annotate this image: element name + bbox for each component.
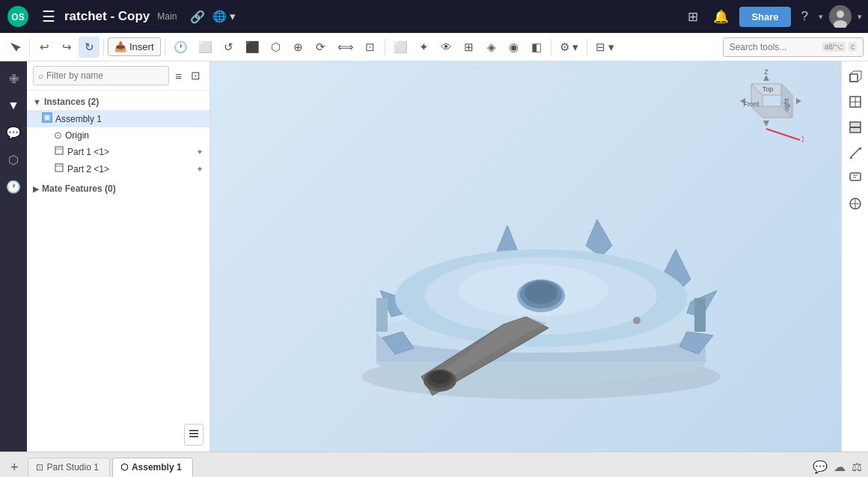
settings-button[interactable]: ⚙ ▾ [555,37,583,58]
assembly-item[interactable]: Assembly 1 [27,110,210,127]
user-avatar[interactable] [829,5,852,28]
part1-item[interactable]: Part 1 <1> ✦ [27,143,210,160]
bottom-icon-2[interactable]: ☁ [834,460,846,474]
main-area: ✙ ▼ 💬 ⬡ 🕐 ⌕ ≡ ⊡ ▼ Instances (2) [0,61,868,452]
top-bar-right: ⊞ 🔔 Share ? ▾ ▾ [683,5,862,28]
panel-context-button[interactable] [184,424,204,446]
tool5-button[interactable]: ⊕ [288,37,309,58]
doc-title: ratchet - Copy [64,9,150,24]
expand-all-button[interactable]: ⊡ [188,67,204,84]
instances-expand-button[interactable]: ▼ [33,97,41,106]
svg-point-45 [525,282,557,304]
assembly-item-label: Assembly 1 [55,114,102,124]
tool14-button[interactable]: ◉ [504,37,525,58]
right-panel-explode-button[interactable] [843,192,867,216]
mate-features-header: ▶ Mate Features (0) [27,180,210,197]
list-icon [188,428,200,440]
toolbar-divider-2 [103,39,104,55]
bottom-icon-3[interactable]: ⚖ [852,460,862,474]
toolbar-divider-6 [587,39,587,55]
tool10-button[interactable]: ✦ [414,37,435,58]
part2-icon [54,162,64,175]
onshape-logo-icon: OS [6,4,30,28]
tool2-button[interactable]: ↺ [218,37,239,58]
search-key: c [849,42,857,52]
tool12-button[interactable]: ⊞ [459,37,480,58]
svg-rect-11 [189,430,198,431]
refresh-button[interactable]: ↻ [79,37,100,58]
instances-label: Instances (2) [44,97,99,107]
redo-button[interactable]: ↪ [56,37,77,58]
globe-button[interactable]: 🌐 ▾ [213,10,236,23]
part1-icon [54,145,64,158]
help-chevron: ▾ [819,12,823,22]
search-tools: alt/⌥ c [723,37,864,57]
part1-mate-icon: ✦ [196,147,204,157]
doc-subtitle: Main [157,11,177,22]
svg-marker-23 [763,75,769,81]
svg-point-50 [430,371,450,384]
assembly-tab-icon: ⬡ [120,462,128,473]
help-button[interactable]: ? [797,6,813,27]
bottom-tabs: + ⊡ Part Studio 1 ⬡ Assembly 1 💬 ☁ ⚖ [0,452,868,477]
viewport[interactable]: X Top Front Right Z [210,61,841,452]
user-chevron: ▾ [858,12,862,22]
part2-mate-icon: ✦ [196,164,204,174]
toolbar-divider-5 [551,39,551,55]
insert-button[interactable]: 📥 Insert [108,37,161,56]
panel-button[interactable]: ⊟ ▾ [591,37,619,58]
undo-button[interactable]: ↩ [34,37,55,58]
clock-button[interactable]: 🕐 [169,37,192,58]
part2-item[interactable]: Part 2 <1> ✦ [27,160,210,177]
panel-filter-row: ⌕ ≡ ⊡ [27,61,210,91]
tool8-button[interactable]: ⊡ [360,37,381,58]
tool11-button[interactable]: 👁 [436,37,457,58]
bottom-icon-1[interactable]: 💬 [813,460,828,474]
select-tool-button[interactable] [4,37,25,58]
assembly-item-icon [42,112,52,125]
filter-input[interactable] [46,70,164,81]
tool6-button[interactable]: ⟳ [311,37,331,58]
origin-item[interactable]: ⊙ Origin [27,127,210,143]
notification-button[interactable]: 🔔 [709,6,733,28]
svg-text:Top: Top [762,85,774,93]
toolbar-divider-4 [385,39,385,55]
assembly-tab-label: Assembly 1 [132,462,182,473]
right-panel-annotation-button[interactable] [843,166,867,190]
list-view-button[interactable]: ≡ [172,68,185,84]
share-button[interactable]: Share [739,7,790,27]
right-panel-measure-button[interactable] [843,141,867,165]
insert-icon: 📥 [114,41,126,52]
tool9-button[interactable]: ⬜ [389,37,412,58]
mate-features-expand-button[interactable]: ▶ [33,184,39,194]
right-panel-section-button[interactable] [843,115,867,139]
mate-features-label: Mate Features (0) [42,183,116,194]
sidebar-filter-button[interactable]: ▼ [2,94,25,117]
right-panel-wireframe-button[interactable] [843,90,867,114]
sidebar-history-button[interactable]: 🕐 [2,175,25,198]
search-tools-input[interactable] [730,42,819,52]
add-tab-button[interactable]: + [6,458,23,477]
svg-marker-36 [586,219,612,257]
grid-button[interactable]: ⊞ [683,6,703,28]
tool3-button[interactable]: ⬛ [241,37,264,58]
sidebar-comment-button[interactable]: 💬 [2,121,25,144]
sidebar-assembly-button[interactable]: ⬡ [2,148,25,171]
svg-line-61 [850,148,861,158]
tool13-button[interactable]: ◈ [481,37,502,58]
panel-tree: ▼ Instances (2) Assembly 1 ⊙ Origin [27,91,210,422]
right-panel-cube-button[interactable] [843,64,867,88]
tool15-button[interactable]: ◧ [526,37,547,58]
sidebar-arrow-button[interactable]: ✙ [2,67,25,90]
hamburger-button[interactable]: ☰ [37,4,60,28]
part-studio-tab[interactable]: ⊡ Part Studio 1 [28,458,110,477]
right-panel [841,61,868,452]
svg-rect-54 [850,74,858,82]
tool7-button[interactable]: ⟺ [333,37,358,58]
avatar-icon [829,5,852,28]
tool4-button[interactable]: ⬡ [266,37,287,58]
assembly-tab[interactable]: ⬡ Assembly 1 [112,458,193,477]
svg-rect-9 [55,164,63,171]
tool1-button[interactable]: ⬜ [194,37,217,58]
top-bar: OS ☰ ratchet - Copy Main 🔗 🌐 ▾ ⊞ 🔔 Share… [0,0,868,33]
